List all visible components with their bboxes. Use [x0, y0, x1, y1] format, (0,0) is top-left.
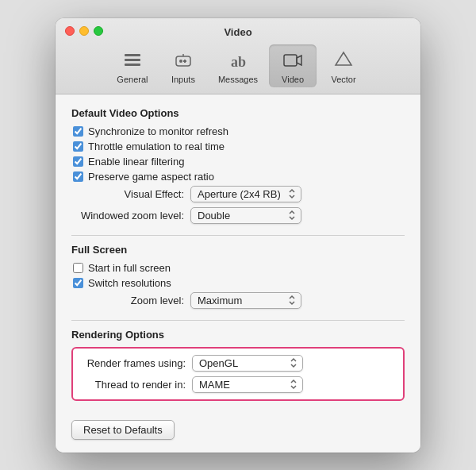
rendering-section: Rendering Options Render frames using: O… [71, 329, 405, 401]
switch-res-checkbox[interactable] [73, 278, 83, 288]
sync-label: Synchronize to monitor refresh [88, 125, 228, 137]
vector-label: Vector [331, 75, 355, 84]
aspect-label: Preserve game aspect ratio [88, 171, 214, 183]
start-full-row: Start in full screen [71, 262, 405, 274]
general-label: General [117, 75, 148, 84]
svg-marker-11 [336, 52, 351, 65]
switch-res-row: Switch resolutions [71, 277, 405, 289]
throttle-checkbox[interactable] [73, 141, 83, 152]
divider-2 [71, 320, 405, 321]
aspect-checkbox[interactable] [73, 171, 83, 182]
main-window: Video General [56, 18, 420, 453]
aspect-row: Preserve game aspect ratio [71, 171, 405, 183]
video-label: Video [282, 75, 304, 84]
start-full-checkbox[interactable] [73, 263, 83, 273]
full-screen-section: Full Screen Start in full screen Switch … [71, 244, 405, 309]
throttle-row: Throttle emulation to real time [71, 141, 405, 152]
thread-render-label: Thread to render in: [83, 379, 186, 391]
messages-icon: ab [225, 48, 251, 73]
switch-res-label: Switch resolutions [88, 277, 171, 289]
reset-defaults-button[interactable]: Reset to Defaults [71, 420, 175, 440]
toolbar: General Inputs ab [109, 44, 367, 94]
thread-render-select[interactable]: MAME Worker Main [192, 376, 303, 393]
full-screen-title: Full Screen [71, 244, 405, 256]
render-frames-row: Render frames using: OpenGL Metal Softwa… [81, 355, 395, 372]
windowed-zoom-row: Windowed zoom level: Double Single Tripl… [71, 207, 405, 224]
svg-marker-10 [297, 56, 301, 65]
svg-rect-9 [284, 55, 297, 66]
visual-effect-select[interactable]: Aperture (2x4 RB) None Dot [190, 186, 301, 202]
linear-row: Enable linear filtering [71, 156, 405, 168]
svg-point-4 [179, 60, 182, 63]
toolbar-item-vector[interactable]: Vector [320, 44, 367, 87]
svg-rect-0 [125, 54, 140, 56]
zoom-level-label: Zoom level: [73, 295, 184, 306]
vector-icon [331, 48, 356, 73]
inputs-label: Inputs [171, 75, 195, 84]
svg-rect-1 [125, 59, 140, 61]
throttle-label: Throttle emulation to real time [88, 141, 225, 152]
windowed-zoom-label: Windowed zoom level: [73, 210, 184, 222]
render-frames-label: Render frames using: [83, 357, 186, 369]
svg-text:ab: ab [231, 54, 246, 70]
divider-1 [71, 235, 405, 236]
content-area: Default Video Options Synchronize to mon… [56, 94, 420, 453]
video-icon [280, 48, 305, 73]
rendering-title: Rendering Options [71, 329, 405, 341]
toolbar-item-inputs[interactable]: Inputs [159, 44, 207, 87]
zoom-level-select[interactable]: Maximum Minimum Double [190, 292, 301, 309]
titlebar: Video General [56, 18, 420, 94]
messages-label: Messages [218, 75, 258, 84]
default-video-title: Default Video Options [71, 107, 405, 119]
rendering-box: Render frames using: OpenGL Metal Softwa… [71, 347, 405, 401]
toolbar-item-messages[interactable]: ab Messages [210, 44, 266, 87]
sync-row: Synchronize to monitor refresh [71, 125, 405, 137]
zoom-level-row: Zoom level: Maximum Minimum Double [71, 292, 405, 309]
window-title: Video [65, 26, 411, 38]
toolbar-item-video[interactable]: Video [269, 44, 317, 87]
toolbar-item-general[interactable]: General [109, 44, 156, 87]
svg-rect-6 [183, 60, 186, 62]
linear-label: Enable linear filtering [88, 156, 184, 168]
visual-effect-label: Visual Effect: [73, 188, 184, 200]
sync-checkbox[interactable] [73, 126, 83, 137]
inputs-icon [171, 48, 196, 73]
thread-render-row: Thread to render in: MAME Worker Main [81, 376, 395, 393]
render-frames-select[interactable]: OpenGL Metal Software [192, 355, 303, 372]
svg-rect-2 [125, 64, 140, 66]
linear-checkbox[interactable] [73, 156, 83, 167]
start-full-label: Start in full screen [88, 262, 171, 274]
visual-effect-row: Visual Effect: Aperture (2x4 RB) None Do… [71, 186, 405, 202]
default-video-section: Default Video Options Synchronize to mon… [71, 107, 405, 224]
general-icon [120, 48, 145, 73]
windowed-zoom-select[interactable]: Double Single Triple [190, 207, 301, 224]
